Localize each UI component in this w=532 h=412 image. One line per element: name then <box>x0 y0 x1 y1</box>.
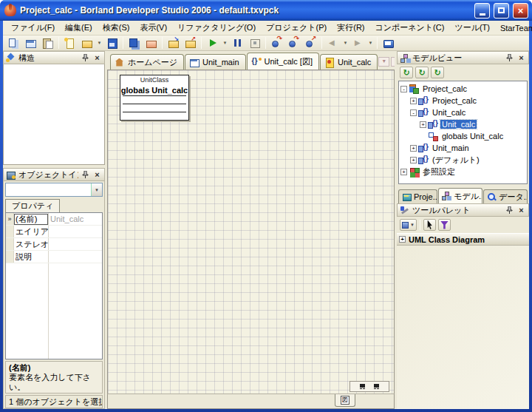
editor-tab[interactable]: Unit_main <box>185 54 246 70</box>
close-panel-icon[interactable]: × <box>516 53 526 63</box>
tree-item[interactable]: +(デフォルト) <box>399 154 527 166</box>
overview-button[interactable] <box>360 384 365 388</box>
property-label[interactable]: ステレオ <box>14 239 48 250</box>
run-dropdown-button[interactable]: ▼ <box>221 36 229 50</box>
run-button[interactable] <box>204 36 221 50</box>
dock-tab[interactable]: モデル... <box>438 188 482 203</box>
dock-tab[interactable]: データ... <box>483 189 528 203</box>
sync-out-button[interactable]: ↻ <box>431 67 444 78</box>
tree-item[interactable]: +Project_calc <box>399 95 527 107</box>
chevron-down-icon[interactable]: ▼ <box>91 183 102 196</box>
property-row[interactable]: エイリア <box>6 226 102 238</box>
minus-expander[interactable]: - <box>400 86 407 92</box>
object-inspector-header[interactable]: オブジェクトインスペ... × <box>3 168 105 181</box>
maximize-button[interactable] <box>494 3 509 18</box>
new-file-button[interactable] <box>61 36 78 50</box>
menu-item[interactable]: プロジェクト(P) <box>261 21 332 35</box>
minus-expander[interactable]: - <box>410 109 417 116</box>
forward-dropdown-button[interactable]: ▼ <box>366 36 375 50</box>
save-button[interactable] <box>103 36 120 50</box>
close-button[interactable]: × <box>513 3 528 18</box>
tree-item[interactable]: -Project_calc <box>399 83 527 95</box>
paste-button[interactable] <box>39 36 56 50</box>
plus-expander[interactable]: + <box>410 145 417 152</box>
property-label[interactable]: (名前) <box>14 214 48 225</box>
close-panel-icon[interactable]: × <box>92 170 102 180</box>
pause-button[interactable] <box>229 36 246 50</box>
close-panel-icon[interactable]: × <box>92 53 102 63</box>
menu-item[interactable]: コンポーネント(C) <box>370 21 450 35</box>
select-cursor-button[interactable] <box>423 219 436 231</box>
editor-tab[interactable]: Unit_calc <box>320 54 378 70</box>
pan-button[interactable] <box>374 384 379 388</box>
structure-panel-header[interactable]: 構造 × <box>3 51 105 64</box>
uml-class-node[interactable]: UnitClass globals Unit_calc <box>120 75 189 121</box>
sync-in-button[interactable]: ↻ <box>415 67 429 78</box>
add-file-button[interactable] <box>165 36 182 50</box>
model-view-header[interactable]: モデルビュー × <box>397 51 529 64</box>
palette-category-uml-class-diagram[interactable]: + UML Class Diagram <box>397 233 529 246</box>
tree-item[interactable]: +Unit_calc <box>399 118 527 130</box>
editor-tab[interactable]: Unit_calc [図] <box>247 53 319 70</box>
remove-file-button[interactable] <box>182 36 199 50</box>
run-until-return-button[interactable] <box>302 36 319 50</box>
property-label[interactable]: 説明 <box>14 251 48 263</box>
tree-item[interactable]: -Unit_calc <box>399 107 527 118</box>
pin-icon[interactable] <box>505 206 514 215</box>
plus-expander[interactable]: + <box>399 236 406 243</box>
property-row[interactable]: »(名前)Unit_calc <box>6 213 102 226</box>
stop-frame-button[interactable] <box>246 36 263 50</box>
tool-palette-header[interactable]: ツールパレット × <box>397 203 529 217</box>
menu-item[interactable]: リファクタリング(O) <box>172 21 261 35</box>
menu-item[interactable]: ツール(T) <box>449 21 495 35</box>
editor-tab[interactable]: ホームページ <box>110 54 184 70</box>
menu-item[interactable]: 検索(S) <box>98 21 135 35</box>
property-row[interactable]: 説明 <box>6 251 102 263</box>
diagram-canvas[interactable]: UnitClass globals Unit_calc <box>107 70 395 394</box>
structure-tree-area[interactable] <box>3 64 105 165</box>
close-panel-icon[interactable]: × <box>516 206 526 215</box>
tree-item[interactable]: globals Unit_calc <box>399 130 527 142</box>
trace-into-button[interactable] <box>268 36 285 50</box>
menu-item[interactable]: 表示(V) <box>134 21 172 35</box>
new-items-button[interactable] <box>5 36 22 50</box>
menu-item[interactable]: StarTeam <box>495 22 532 34</box>
property-value[interactable]: Unit_calc <box>48 215 102 223</box>
property-row[interactable]: ステレオ <box>6 238 102 251</box>
menu-item[interactable]: ファイル(F) <box>6 21 60 35</box>
pin-icon[interactable] <box>81 53 90 63</box>
plus-expander[interactable]: + <box>410 157 417 163</box>
object-selector-combo[interactable]: ▼ <box>5 183 103 197</box>
titlebar[interactable]: Project_calc - Borland Developer Studio … <box>0 0 532 21</box>
plus-expander[interactable]: + <box>420 121 426 128</box>
refresh-button[interactable]: ↻ <box>400 67 413 78</box>
open-window-button[interactable] <box>22 36 39 50</box>
filter-button[interactable] <box>438 219 451 231</box>
step-over-button[interactable] <box>285 36 302 50</box>
back-button[interactable] <box>324 36 341 50</box>
menu-item[interactable]: 編集(E) <box>60 21 98 35</box>
model-tree[interactable]: -Project_calc+Project_calc-Unit_calc+Uni… <box>398 81 528 184</box>
property-label[interactable]: エイリア <box>14 226 48 237</box>
tab-scroll-button[interactable]: ▾ <box>378 57 389 67</box>
plus-expander[interactable]: + <box>400 169 407 175</box>
pin-icon[interactable] <box>505 53 514 63</box>
back-dropdown-button[interactable]: ▼ <box>341 36 349 50</box>
forward-button[interactable] <box>349 36 366 50</box>
minimize-button[interactable] <box>474 3 490 18</box>
menu-item[interactable]: 実行(R) <box>332 21 369 35</box>
save-all-button[interactable] <box>126 36 143 50</box>
close-file-button[interactable] <box>143 36 160 50</box>
dock-tab[interactable]: Proje... <box>398 189 437 203</box>
tab-properties[interactable]: プロパティ <box>5 199 60 212</box>
open-file-button[interactable] <box>78 36 95 50</box>
open-file-dropdown-button[interactable]: ▼ <box>95 36 103 50</box>
tree-item[interactable]: +Unit_main <box>399 142 527 154</box>
plus-expander[interactable]: + <box>410 98 417 104</box>
tree-item[interactable]: +参照設定 <box>399 166 527 178</box>
property-grid[interactable]: »(名前)Unit_calcエイリアステレオ説明 <box>5 212 103 359</box>
palette-options-button[interactable]: ▼ <box>400 219 417 231</box>
pin-icon[interactable] <box>81 170 90 180</box>
diagram-page-tab[interactable]: 図 <box>335 394 355 407</box>
help-book-button[interactable] <box>380 36 397 50</box>
